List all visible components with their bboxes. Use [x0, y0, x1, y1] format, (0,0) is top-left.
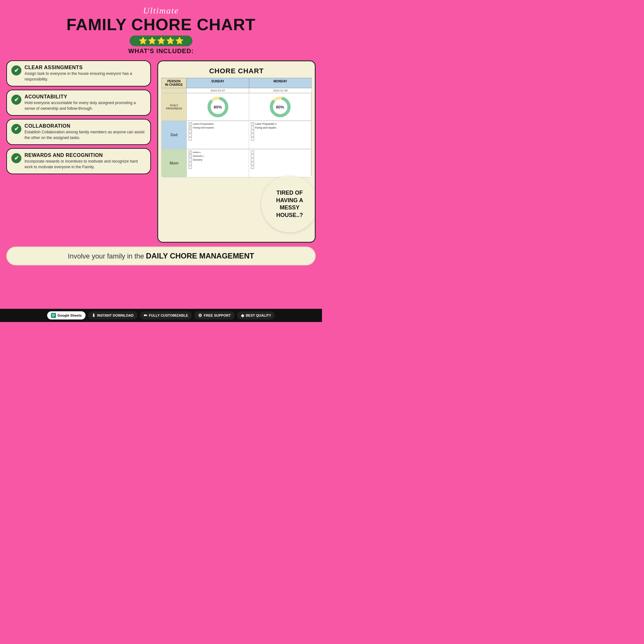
task-check — [189, 134, 192, 137]
dad-task-5-sun — [189, 137, 247, 141]
main-title: FAMILY CHORE CHART — [0, 16, 322, 34]
donut-monday: 80% — [269, 96, 291, 118]
mum-task-3-sun: Grocery — [189, 158, 247, 161]
cta-banner: Involve your family in the DAILY CHORE M… — [6, 247, 316, 265]
task-check — [251, 162, 254, 165]
badge-customizable: ✏ FULLY CUSTOMIZABLE — [140, 311, 192, 319]
mum-task-4-mon — [251, 162, 309, 165]
progress-donut-monday: 80% — [249, 93, 311, 120]
task-check — [251, 154, 254, 158]
check-icon-rewards: ✔ — [11, 153, 21, 163]
task-check — [189, 130, 192, 133]
feature-card-accountability: ✔ ACOUNTABILITY Hold everyone accountabl… — [6, 90, 151, 116]
mum-task-5-sun — [189, 166, 247, 169]
mum-tasks-sunday: ✓ Laun... ✓ Househ... Grocery — [187, 149, 249, 177]
feature-desc-rewards: Incorporate rewards or incentives to mot… — [25, 159, 145, 170]
sunday-header: SUNDAY — [186, 78, 249, 88]
task-check — [251, 126, 254, 129]
task-check: ✓ — [189, 126, 192, 129]
donut-monday-label: 80% — [276, 105, 284, 109]
task-text: Lawn Preparatio n — [255, 122, 277, 125]
task-check — [251, 158, 254, 161]
ultimate-label: Ultimate — [0, 6, 322, 16]
task-check — [251, 130, 254, 133]
feature-title-rewards: REWARDS AND RECOGNITION — [25, 153, 145, 158]
star-5: ⭐ — [175, 37, 184, 45]
task-check — [251, 134, 254, 137]
task-check — [189, 162, 192, 165]
edit-icon: ✏ — [144, 313, 147, 318]
dad-task-3-sun — [189, 130, 247, 133]
dad-task-2-mon: Fixing and repairs — [251, 126, 309, 129]
mum-task-5-mon — [251, 166, 309, 169]
check-icon-accountability: ✔ — [11, 95, 21, 105]
mum-row: Mum ✓ Laun... ✓ Househ... Grocery — [161, 149, 312, 177]
check-icon-collaboration: ✔ — [11, 124, 21, 134]
chart-preview: CHORE CHART PERSONIN CHARGE SUNDAY MONDA… — [157, 60, 316, 243]
task-text: Grocery — [193, 158, 202, 161]
chart-header-row: PERSONIN CHARGE SUNDAY MONDAY — [161, 78, 312, 88]
progress-label: DAILYPROGRESS — [162, 93, 187, 120]
svg-rect-6 — [52, 315, 55, 316]
dad-task-2-sun: ✓ Fixing and repairs — [189, 126, 247, 129]
sunday-date: 2024-01-07 — [186, 88, 249, 93]
badge-instant-download-label: INSTANT DOWNLOAD — [97, 314, 134, 317]
svg-rect-5 — [52, 314, 55, 315]
dad-task-4-mon — [251, 134, 309, 137]
badge-customizable-label: FULLY CUSTOMIZABLE — [149, 314, 188, 317]
task-check: ✓ — [189, 151, 192, 154]
star-1: ⭐ — [139, 37, 147, 45]
task-check: ✓ — [189, 122, 192, 125]
dad-task-1-sun: ✓ Lawn Preparation — [189, 122, 247, 125]
download-icon: ⬇ — [92, 313, 96, 318]
feature-desc-assignments: Assign task to everyone in the house ens… — [25, 71, 145, 82]
badge-google-sheets-label: Google Sheets — [58, 314, 82, 317]
google-sheets-icon — [51, 313, 56, 318]
feature-desc-collaboration: Establish Collaboration among family mem… — [25, 130, 145, 141]
cta-prefix: Involve your family in the — [68, 252, 146, 260]
dad-task-1-mon: ✓ Lawn Preparatio n — [251, 122, 309, 125]
feature-title-collaboration: COLLABORATION — [25, 123, 145, 129]
badge-best-quality: ◈ BEST QUALITY — [237, 311, 275, 319]
dad-name: Dad — [162, 121, 187, 149]
task-check — [251, 151, 254, 154]
task-text: Fixing and repairs — [193, 126, 214, 129]
whats-included-label: WHAT'S INCLUDED: — [0, 47, 322, 55]
svg-rect-7 — [52, 316, 54, 317]
tired-bubble: TIRED OFHAVING AMESSYHOUSE..? — [261, 176, 316, 232]
badge-free-support: ⚙ FREE SUPPORT — [194, 311, 235, 319]
check-icon-assignments: ✔ — [11, 65, 21, 75]
task-text: Laun... — [193, 151, 201, 154]
mum-task-2-sun: ✓ Househ... — [189, 154, 247, 158]
task-check: ✓ — [251, 122, 254, 125]
task-check — [251, 166, 254, 169]
mum-task-1-sun: ✓ Laun... — [189, 151, 247, 154]
task-check — [189, 158, 192, 161]
feature-card-assignments: ✔ CLEAR ASSINGMENTS Assign task to every… — [6, 60, 151, 86]
progress-donut-sunday: 80% — [187, 93, 249, 120]
chart-title: CHORE CHART — [161, 64, 312, 78]
task-check — [251, 137, 254, 141]
star-2: ⭐ — [148, 37, 156, 45]
feature-title-accountability: ACOUNTABILITY — [25, 94, 145, 100]
chart-progress-row: DAILYPROGRESS 80% — [161, 93, 312, 121]
chart-inner: CHORE CHART PERSONIN CHARGE SUNDAY MONDA… — [161, 64, 312, 177]
feature-title-assignments: CLEAR ASSINGMENTS — [25, 65, 145, 70]
badge-instant-download: ⬇ INSTANT DOWNLOAD — [88, 311, 137, 319]
chart-date-row: 2024-01-07 2024-01-08 — [161, 88, 312, 93]
task-text: Househ... — [193, 154, 204, 158]
cta-bold: DAILY CHORE MANAGEMENT — [146, 252, 254, 260]
header: Ultimate FAMILY CHORE CHART ⭐ ⭐ ⭐ ⭐ ⭐ WH… — [0, 0, 322, 57]
mum-tasks-monday — [249, 149, 311, 177]
task-check — [189, 137, 192, 141]
task-text: Fixing and repairs — [255, 126, 276, 129]
donut-sunday: 80% — [207, 96, 229, 118]
badge-best-quality-label: BEST QUALITY — [246, 314, 271, 317]
quality-icon: ◈ — [241, 313, 244, 318]
star-3: ⭐ — [157, 37, 165, 45]
star-4: ⭐ — [166, 37, 175, 45]
support-icon: ⚙ — [198, 313, 202, 318]
main-content: ✔ CLEAR ASSINGMENTS Assign task to every… — [0, 57, 322, 243]
donut-sunday-label: 80% — [214, 105, 222, 109]
task-check: ✓ — [189, 154, 192, 158]
